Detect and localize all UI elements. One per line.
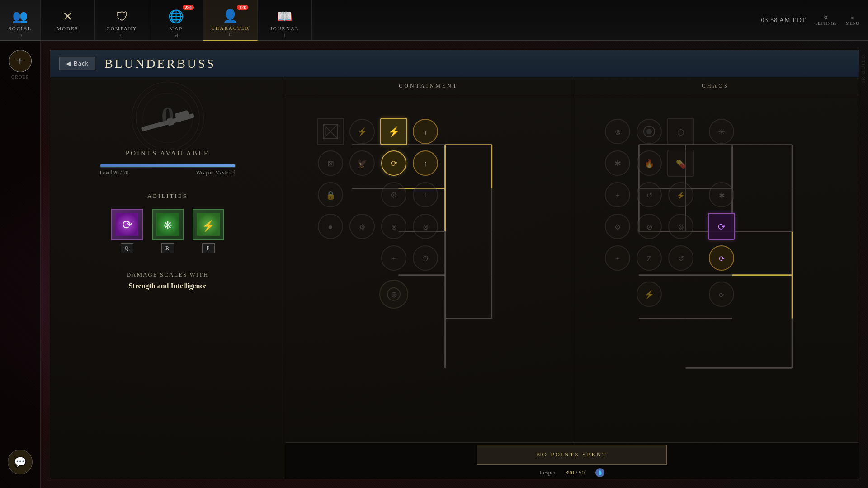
ability-r-icon[interactable]: ❋	[152, 209, 184, 240]
group-button[interactable]: +	[9, 50, 32, 72]
svg-text:↺: ↺	[678, 255, 684, 263]
svg-text:⊗: ⊗	[391, 223, 397, 231]
no-points-label: NO POINTS SPENT	[537, 451, 607, 458]
svg-text:⚡: ⚡	[357, 127, 368, 137]
node-h-2-3[interactable]: 💊	[667, 150, 694, 177]
settings-icon: ⚙	[824, 15, 828, 20]
node-h-4-1[interactable]: ⚙	[605, 214, 630, 239]
node-h-2-1[interactable]: ✱	[605, 150, 630, 176]
svg-text:⟳: ⟳	[719, 292, 724, 299]
node-c-4-3[interactable]: ⊗	[381, 214, 406, 239]
node-h-1-3[interactable]: ⬡	[667, 118, 694, 145]
node-h-6-2[interactable]: ⚡	[637, 282, 662, 307]
node-c-5-4[interactable]: ⏱	[413, 245, 438, 271]
nav-map-key: M	[174, 33, 178, 38]
svg-text:⚡: ⚡	[388, 126, 401, 138]
svg-text:⊠: ⊠	[327, 159, 334, 168]
respec-currency-icon: 💧	[595, 468, 604, 477]
nav-character-label: CHARACTER	[211, 25, 250, 31]
nav-character[interactable]: 128 👤 CHARACTER C	[203, 0, 258, 41]
ability-q-icon[interactable]: ⟳	[111, 209, 143, 240]
svg-text:⚙: ⚙	[614, 223, 621, 231]
svg-text:⚡: ⚡	[676, 191, 685, 200]
skill-tree-grid: ⚡ ⚡ ↑ ⊠ 🦅 ⟳ ↑	[285, 95, 859, 442]
containment-label: CONTAINMENT	[285, 77, 572, 95]
nav-company-key: G	[120, 33, 123, 38]
node-c-6-3[interactable]: ⊕	[379, 280, 408, 309]
node-c-1-1[interactable]	[317, 118, 344, 145]
node-h-4-3[interactable]: ⚙	[668, 214, 693, 239]
svg-text:⊕: ⊕	[391, 290, 397, 299]
skill-tree-header: CONTAINMENT CHAOS	[285, 77, 859, 95]
node-h-1-2[interactable]	[637, 119, 662, 144]
node-c-4-4[interactable]: ⊗	[413, 214, 438, 239]
nav-social[interactable]: 👥 SOCIAL O	[0, 0, 41, 41]
node-h-1-4[interactable]: ☀	[709, 119, 734, 144]
svg-text:✱: ✱	[614, 159, 621, 168]
node-c-2-4[interactable]: ↑	[413, 150, 438, 176]
nav-modes-label: MODES	[57, 26, 79, 31]
nav-map-label: MAP	[170, 26, 183, 31]
nav-company[interactable]: 🛡 COMPANY G	[95, 0, 149, 41]
back-button[interactable]: ◀ Back	[59, 57, 95, 70]
ability-r: ❋ R	[152, 209, 184, 253]
svg-text:🔒: 🔒	[326, 190, 336, 200]
node-h-3-2[interactable]: ↺	[637, 182, 662, 207]
node-h-5-1[interactable]: +	[605, 245, 630, 271]
mastered-label: Weapon Mastered	[196, 169, 236, 176]
node-c-3-3[interactable]: ⚙	[381, 182, 406, 207]
ability-f: ⚡ F	[193, 209, 224, 253]
node-c-3-4[interactable]: +	[413, 182, 438, 207]
group-label: Group	[11, 75, 29, 80]
character-badge: 128	[237, 5, 248, 10]
settings-button[interactable]: ⚙ SETTINGS	[815, 15, 836, 26]
menu-label: MENU	[846, 21, 859, 26]
node-c-4-2[interactable]: ⚙	[349, 214, 375, 239]
svg-text:+: +	[615, 255, 619, 263]
svg-text:🔥: 🔥	[644, 159, 655, 169]
nav-journal-label: JOURNAL	[270, 26, 299, 31]
node-h-3-3[interactable]: ⚡	[668, 182, 693, 207]
node-h-3-4[interactable]: ✱	[709, 182, 734, 207]
node-c-3-1[interactable]: 🔒	[318, 182, 343, 207]
node-h-5-4[interactable]: ⟳	[709, 245, 734, 271]
svg-text:⟳: ⟳	[717, 222, 725, 232]
svg-text:↑: ↑	[424, 159, 428, 168]
chat-button[interactable]: 💬	[8, 450, 33, 474]
respec-value: 890 / 50	[565, 469, 585, 476]
node-h-4-4[interactable]: ⟳	[708, 213, 735, 240]
respec-row: Respec 890 / 50 💧	[539, 468, 604, 477]
svg-text:⟳: ⟳	[391, 159, 397, 168]
node-c-1-4[interactable]: ↑	[413, 119, 438, 144]
nav-map[interactable]: 294 🌐 MAP M	[149, 0, 203, 41]
node-h-1-1[interactable]: ⊗	[605, 119, 630, 144]
node-h-2-2[interactable]: 🔥	[637, 150, 662, 176]
skill-tree-area: CONTAINMENT CHAOS	[285, 77, 859, 479]
node-c-2-1[interactable]: ⊠	[318, 150, 343, 176]
damage-scales-value: Strength and Intelligence	[127, 282, 209, 290]
node-h-3-1[interactable]: +	[605, 182, 630, 207]
node-c-1-3[interactable]: ⚡	[380, 118, 407, 145]
node-h-4-2[interactable]: ⊘	[637, 214, 662, 239]
xp-bar-background	[100, 164, 236, 168]
node-h-5-3[interactable]: ↺	[668, 245, 693, 271]
nav-journal[interactable]: 📖 JOURNAL J	[258, 0, 312, 41]
node-h-6-4[interactable]: ⟳	[709, 282, 734, 307]
node-c-5-3[interactable]: +	[381, 245, 406, 271]
node-h-5-2[interactable]: Z	[637, 245, 662, 271]
menu-button[interactable]: ≡ MENU	[846, 15, 859, 26]
node-c-2-3[interactable]: ⟳	[381, 150, 406, 176]
svg-text:●: ●	[328, 222, 333, 231]
no-points-button[interactable]: NO POINTS SPENT	[477, 445, 667, 465]
chaos-label: CHAOS	[572, 77, 859, 95]
node-c-4-1[interactable]: ●	[318, 214, 343, 239]
ability-f-key: F	[202, 243, 215, 253]
ability-f-icon[interactable]: ⚡	[193, 209, 224, 240]
xp-bar-container: Level 20 / 20 Weapon Mastered	[100, 164, 236, 176]
node-c-1-2[interactable]: ⚡	[349, 119, 375, 144]
svg-text:🦅: 🦅	[357, 159, 368, 169]
svg-text:💊: 💊	[676, 159, 686, 169]
abilities-label: ABILITIES	[64, 192, 271, 200]
nav-modes[interactable]: ✕ MODES	[41, 0, 95, 41]
node-c-2-2[interactable]: 🦅	[349, 150, 375, 176]
